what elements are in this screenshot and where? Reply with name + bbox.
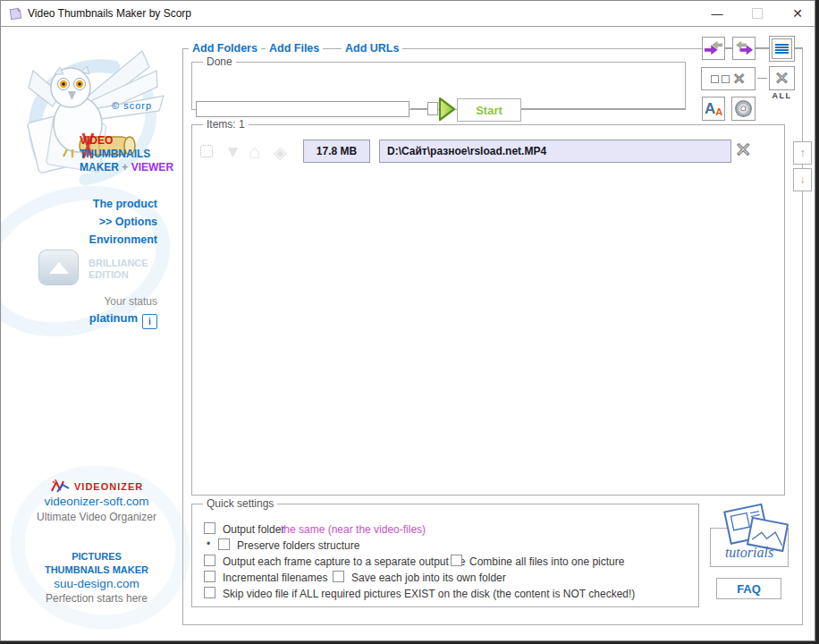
tab-add-files[interactable]: Add Files xyxy=(266,42,323,55)
sidebar-link-options[interactable]: >> Options xyxy=(19,216,157,228)
move-item-down-button[interactable]: ↓ xyxy=(793,168,812,191)
list-icon-frame xyxy=(772,38,792,59)
preserve-bullet: • xyxy=(207,538,210,550)
send-right-button[interactable] xyxy=(702,37,725,60)
brilliance-line2: EDITION xyxy=(89,269,148,281)
incremental-label: Incremental filenames xyxy=(223,572,327,584)
ptm-tagline: Perfection starts here xyxy=(12,592,182,605)
sidebar-link-environment[interactable]: Environment xyxy=(19,233,157,246)
maximize-button[interactable] xyxy=(742,1,773,26)
clear-all-button[interactable]: ✕ xyxy=(769,66,795,90)
close-icon: ✕ xyxy=(792,6,803,21)
clear-all-x-icon: ✕ xyxy=(775,70,789,87)
item-status-pages-icon: ◈ xyxy=(274,142,287,163)
disc-icon xyxy=(735,100,752,117)
skip-video-checkbox[interactable] xyxy=(204,587,215,598)
ptm-line1: PICTURES xyxy=(12,551,182,562)
status-value: platinum xyxy=(89,311,138,325)
output-folder-label: Output folder xyxy=(223,523,284,536)
videonizer-url-link[interactable]: videonizer-soft.com xyxy=(12,495,182,508)
title-bar[interactable]: Video Thumbnails Maker by Scorp — ✕ xyxy=(1,1,815,27)
tutorials-label: tutorials xyxy=(710,545,789,561)
send-left-button[interactable] xyxy=(732,37,756,60)
preserve-folders-label: Preserve folders structure xyxy=(237,539,359,552)
move-item-up-button[interactable]: ↑ xyxy=(793,141,812,165)
tab-add-urls[interactable]: Add URLs xyxy=(342,42,402,55)
ptm-line2: THUMBNAILS MAKER xyxy=(12,564,182,575)
decorative-swirl xyxy=(0,446,207,641)
up-arrow-icon: ↑ xyxy=(800,147,806,159)
item-size-box: 17.8 MB xyxy=(303,140,370,163)
save-job-checkbox[interactable] xyxy=(333,571,344,582)
gray-purple-arrows-icon xyxy=(734,40,754,56)
brilliance-line1: BRILLIANCE xyxy=(89,258,148,269)
list-view-button[interactable] xyxy=(769,36,795,62)
item-status-home-icon: ⌂ xyxy=(249,140,260,164)
selection-square-icon xyxy=(711,75,719,83)
font-settings-button[interactable]: AA xyxy=(702,97,725,121)
item-remove-x-icon: ✕ xyxy=(735,139,751,161)
ptm-url-link[interactable]: suu-design.com xyxy=(12,577,182,590)
item-size: 17.8 MB xyxy=(317,145,357,157)
output-folder-value[interactable]: the same (near the video-files) xyxy=(281,523,426,536)
app-window: Video Thumbnails Maker by Scorp — ✕ © sc… xyxy=(0,0,815,641)
screenshot-stage: Video Thumbnails Maker by Scorp — ✕ © sc… xyxy=(0,0,819,644)
start-button-label: Start xyxy=(476,104,502,117)
brand-text: VIDEO THUMBNAILS MAKER + VIEWER xyxy=(80,134,173,174)
clear-all-label: ALL xyxy=(769,91,795,100)
videonizer-tagline: Ultimate Video Organizer xyxy=(12,511,182,523)
minimize-button[interactable]: — xyxy=(702,1,732,26)
brand-video: VIDEO xyxy=(80,134,173,148)
clear-selected-button[interactable]: ✕ xyxy=(701,67,756,90)
sidebar-link-product[interactable]: The product xyxy=(19,198,157,210)
faq-button[interactable]: FAQ xyxy=(716,578,781,599)
incremental-checkbox[interactable] xyxy=(204,571,215,582)
output-folder-checkbox[interactable] xyxy=(204,522,215,534)
brand-maker-viewer: MAKER + VIEWER xyxy=(80,161,173,174)
brand-maker: MAKER xyxy=(80,161,119,174)
font-icon-big: A xyxy=(705,101,715,116)
separate-file-label: Output each frame capture to a separate … xyxy=(223,555,466,568)
minimize-icon: — xyxy=(712,7,723,21)
progress-bar xyxy=(196,101,410,117)
item-select-checkbox[interactable] xyxy=(200,145,213,157)
disc-button[interactable] xyxy=(731,97,756,121)
item-path: D:\Сайт\разное\rsload.net.MP4 xyxy=(387,145,546,157)
preserve-folders-checkbox[interactable] xyxy=(218,538,230,550)
items-group xyxy=(191,124,785,496)
save-job-label: Save each job into its own folder xyxy=(351,572,506,584)
brand-plus: + xyxy=(122,161,128,174)
item-remove-button[interactable]: ✕ xyxy=(735,140,751,160)
quick-settings-label: Quick settings xyxy=(203,497,277,510)
purple-gray-arrows-icon xyxy=(704,40,723,56)
brilliance-edition-label: BRILLIANCE EDITION xyxy=(89,258,148,281)
start-button[interactable]: Start xyxy=(457,98,521,122)
window-title: Video Thumbnails Maker by Scorp xyxy=(28,7,191,20)
combine-files-label: Combine all files into one picture xyxy=(469,555,624,568)
font-icon-small: A xyxy=(715,107,722,117)
separate-file-checkbox[interactable] xyxy=(204,555,215,566)
info-icon[interactable]: i xyxy=(142,314,157,329)
down-arrow-icon: ↓ xyxy=(800,174,806,186)
tab-add-folders[interactable]: Add Folders xyxy=(189,42,261,55)
skip-video-label: Skip video file if ALL required pictures… xyxy=(223,588,635,600)
brand-viewer: VIEWER xyxy=(131,161,173,174)
play-icon[interactable] xyxy=(437,96,458,123)
done-group-label: Done xyxy=(203,55,236,68)
items-group-label: Items: 1 xyxy=(203,118,249,131)
combine-files-checkbox[interactable] xyxy=(451,555,462,566)
maximize-icon xyxy=(752,8,763,19)
item-path-box[interactable]: D:\Сайт\разное\rsload.net.MP4 xyxy=(379,140,731,163)
videonizer-name[interactable]: VIDEONIZER xyxy=(74,481,143,492)
videonizer-icon[interactable] xyxy=(50,479,71,495)
clear-x-icon: ✕ xyxy=(732,72,745,87)
close-button[interactable]: ✕ xyxy=(782,1,813,26)
status-label: Your status xyxy=(19,295,157,308)
brand-thumbnails: THUMBNAILS xyxy=(80,148,173,161)
faq-label: FAQ xyxy=(737,582,761,596)
brilliance-upgrade-button[interactable] xyxy=(38,250,79,285)
selection-square-icon xyxy=(722,75,730,83)
list-icon xyxy=(775,44,789,54)
copyright-scorp: © scorp xyxy=(112,100,152,111)
status-row: platinumi xyxy=(19,309,157,329)
